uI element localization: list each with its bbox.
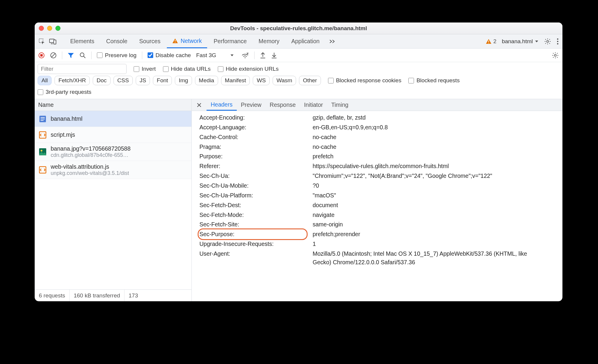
blocked-cookies-checkbox[interactable]: Blocked response cookies [328, 77, 402, 84]
type-chip-img[interactable]: Img [175, 76, 192, 85]
header-row: Pragma:no-cache [192, 142, 562, 152]
header-value: same-origin [313, 220, 562, 229]
request-row[interactable]: banana.jpg?v=1705668720588 cdn.glitch.gl… [35, 143, 191, 161]
import-har-icon[interactable] [260, 52, 266, 59]
request-name: banana.html [51, 115, 82, 122]
hide-ext-label: Hide extension URLs [226, 66, 279, 72]
header-name: Sec-Purpose: [199, 230, 313, 239]
type-chip-js[interactable]: JS [136, 76, 150, 85]
divider [142, 51, 142, 59]
window-title: DevTools - speculative-rules.glitch.me/b… [35, 25, 562, 32]
third-party-row: 3rd-party requests [35, 88, 562, 99]
blocked-requests-checkbox[interactable]: Blocked requests [408, 77, 460, 84]
header-name: Sec-Fetch-Dest: [199, 201, 313, 210]
svg-point-9 [557, 41, 559, 42]
context-selector[interactable]: banana.html [502, 38, 539, 45]
detail-tab-preview[interactable]: Preview [237, 99, 266, 111]
network-settings-icon[interactable] [552, 52, 559, 59]
detail-tab-headers[interactable]: Headers [207, 99, 237, 111]
header-name: User-Agent: [199, 249, 313, 267]
header-name: Accept-Language: [199, 123, 313, 132]
tab-memory[interactable]: Memory [253, 34, 285, 48]
warning-icon [486, 39, 492, 44]
tab-network[interactable]: Network [167, 34, 207, 48]
third-party-label: 3rd-party requests [46, 89, 91, 95]
header-value: document [313, 201, 562, 210]
preserve-log-checkbox[interactable]: Preserve log [97, 52, 137, 59]
name-column-header[interactable]: Name [35, 99, 191, 111]
more-tabs-button[interactable] [326, 34, 338, 48]
svg-point-15 [244, 57, 245, 58]
type-chip-wasm[interactable]: Wasm [273, 76, 296, 85]
request-row[interactable]: script.mjs [35, 127, 191, 143]
type-chip-doc[interactable]: Doc [93, 76, 111, 85]
header-value: Mozilla/5.0 (Macintosh; Intel Mac OS X 1… [313, 249, 550, 267]
tab-console[interactable]: Console [101, 34, 133, 48]
search-icon[interactable] [79, 52, 86, 59]
blocked-cookies-label: Blocked response cookies [336, 77, 402, 84]
request-row[interactable]: web-vitals.attribution.js unpkg.com/web-… [35, 161, 191, 179]
header-name: Pragma: [199, 143, 313, 151]
filter-icon[interactable] [68, 52, 74, 58]
detail-tab-response[interactable]: Response [266, 99, 300, 111]
header-value: https://speculative-rules.glitch.me/comm… [313, 162, 562, 170]
js-file-icon [38, 165, 47, 174]
close-detail-icon[interactable] [194, 102, 204, 108]
warning-icon [172, 38, 178, 44]
third-party-checkbox[interactable]: 3rd-party requests [38, 89, 91, 95]
type-chip-all[interactable]: All [38, 76, 52, 85]
svg-rect-3 [175, 40, 175, 41]
header-row: Accept-Encoding:gzip, deflate, br, zstd [192, 113, 562, 123]
clear-button[interactable] [50, 52, 57, 59]
header-row: Purpose:prefetch [192, 152, 562, 161]
header-row: Upgrade-Insecure-Requests:1 [192, 239, 562, 249]
doc-file-icon [38, 115, 47, 123]
tab-application[interactable]: Application [286, 34, 325, 48]
type-chip-css[interactable]: CSS [113, 76, 133, 85]
network-conditions-icon[interactable] [241, 52, 249, 59]
detail-tabstrip: HeadersPreviewResponseInitiatorTiming [192, 99, 562, 111]
svg-rect-6 [488, 43, 489, 43]
detail-tab-initiator[interactable]: Initiator [300, 99, 327, 111]
headers-section[interactable]: Accept-Encoding:gzip, deflate, br, zstdA… [192, 111, 562, 301]
disable-cache-checkbox[interactable]: Disable cache [148, 52, 191, 59]
header-value: gzip, deflate, br, zstd [313, 113, 562, 122]
inspect-element-icon[interactable] [38, 38, 45, 45]
tab-elements[interactable]: Elements [65, 34, 100, 48]
record-button[interactable] [38, 52, 45, 59]
type-chip-ws[interactable]: WS [253, 76, 270, 85]
detail-tab-timing[interactable]: Timing [327, 99, 353, 111]
request-list[interactable]: banana.html script.mjs banana.jpg?v=1705… [35, 111, 191, 289]
hide-extension-urls-checkbox[interactable]: Hide extension URLs [218, 66, 279, 72]
type-chip-manifest[interactable]: Manifest [221, 76, 250, 85]
request-row[interactable]: banana.html [35, 111, 191, 127]
request-list-pane: Name banana.html script.mjs banana.jpg?v… [35, 99, 192, 301]
export-har-icon[interactable] [271, 52, 277, 59]
throttle-selector[interactable]: Fast 3G [196, 52, 236, 59]
hide-data-urls-checkbox[interactable]: Hide data URLs [163, 66, 211, 72]
header-name: Purpose: [199, 152, 313, 161]
issues-counter[interactable]: 2 [486, 38, 497, 45]
type-chip-media[interactable]: Media [195, 76, 218, 85]
type-chip-font[interactable]: Font [153, 76, 172, 85]
invert-checkbox[interactable]: Invert [134, 66, 156, 72]
status-request-count: 6 requests [35, 290, 70, 301]
device-toolbar-icon[interactable] [49, 38, 57, 45]
tab-performance[interactable]: Performance [208, 34, 252, 48]
header-name: Sec-Fetch-Site: [199, 220, 313, 229]
more-menu-icon[interactable] [557, 38, 559, 45]
svg-point-14 [80, 53, 84, 57]
filter-input[interactable] [38, 64, 127, 74]
type-chip-fetchxhr[interactable]: Fetch/XHR [55, 76, 90, 85]
chevron-down-icon [535, 39, 539, 44]
request-domain: cdn.glitch.global/87b4c0fe-655… [51, 152, 130, 158]
divider [91, 51, 92, 59]
header-name: Sec-Ch-Ua: [199, 172, 313, 180]
svg-rect-4 [175, 42, 175, 43]
settings-icon[interactable] [544, 38, 551, 45]
header-row: User-Agent:Mozilla/5.0 (Macintosh; Intel… [192, 249, 562, 267]
invert-label: Invert [142, 66, 156, 72]
tab-sources[interactable]: Sources [134, 34, 166, 48]
type-chip-other[interactable]: Other [299, 76, 321, 85]
throttle-value: Fast 3G [196, 52, 216, 59]
